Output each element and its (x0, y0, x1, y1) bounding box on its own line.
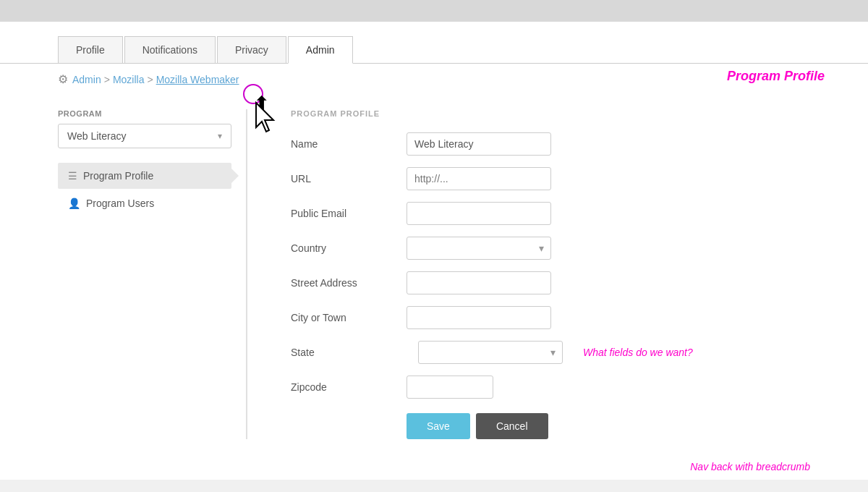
input-email[interactable] (407, 202, 551, 225)
input-zipcode[interactable] (407, 376, 493, 399)
breadcrumb-sep-2: > (147, 74, 153, 85)
state-annotation: What fields do we want? (583, 347, 693, 358)
breadcrumb-sep-1: > (104, 74, 110, 85)
label-city: City or Town (291, 312, 407, 323)
select-country[interactable]: United States United Kingdom Canada (407, 237, 551, 260)
sidebar-item-program-users[interactable]: 👤 Program Users (58, 190, 231, 216)
program-label: PROGRAM (58, 109, 231, 118)
sidebar-divider (246, 109, 247, 439)
breadcrumb-mozilla[interactable]: Mozilla (113, 74, 145, 85)
section-title: PROGRAM PROFILE (291, 109, 810, 118)
dropdown-arrow-icon: ▾ (218, 131, 222, 141)
top-bar (0, 0, 868, 22)
breadcrumb-admin[interactable]: Admin (72, 74, 101, 85)
settings-icon: ⚙ (58, 72, 68, 86)
form-row-url: URL (291, 167, 810, 190)
program-dropdown[interactable]: Web Literacy ▾ (58, 124, 231, 148)
input-url[interactable] (407, 167, 551, 190)
breadcrumb-webmaker[interactable]: Mozilla Webmaker (156, 74, 239, 85)
select-wrapper-country: United States United Kingdom Canada (407, 237, 551, 260)
user-icon: 👤 (68, 198, 80, 209)
form-row-city: City or Town (291, 306, 810, 329)
bottom-annotation: Nav back with breadcrumb (0, 454, 868, 480)
input-city[interactable] (407, 306, 551, 329)
form-row-street: Street Address (291, 271, 810, 294)
select-state[interactable]: California New York Texas (418, 341, 563, 364)
tab-privacy[interactable]: Privacy (217, 36, 286, 63)
form-row-zipcode: Zipcode (291, 376, 810, 399)
tab-notifications[interactable]: Notifications (124, 36, 216, 63)
program-profile-annotation: Program Profile (727, 69, 825, 84)
form-row-email: Public Email (291, 202, 810, 225)
sidebar-item-program-users-label: Program Users (86, 198, 154, 209)
sidebar-item-program-profile-label: Program Profile (83, 170, 153, 182)
list-icon: ☰ (68, 170, 77, 182)
label-name: Name (291, 138, 407, 150)
form-row-state: State California New York Texas What fie… (291, 341, 810, 364)
content-area: PROGRAM Web Literacy ▾ ☰ Program Profile… (0, 95, 868, 454)
input-name[interactable] (407, 132, 551, 156)
sidebar-item-arrow (229, 166, 239, 186)
page-wrapper: Program Profile Profile Notifications Pr… (0, 22, 868, 480)
select-wrapper-state: California New York Texas (418, 341, 563, 364)
tab-profile[interactable]: Profile (58, 36, 123, 63)
main-content: PROGRAM PROFILE Name URL Public Email Co… (269, 109, 810, 439)
label-state: State (291, 347, 407, 358)
sidebar: PROGRAM Web Literacy ▾ ☰ Program Profile… (58, 109, 246, 439)
tab-admin[interactable]: Admin (288, 36, 353, 64)
label-street: Street Address (291, 277, 407, 289)
input-street[interactable] (407, 271, 551, 294)
label-country: Country (291, 242, 407, 254)
form-row-country: Country United States United Kingdom Can… (291, 237, 810, 260)
label-url: URL (291, 173, 407, 184)
program-dropdown-value: Web Literacy (67, 130, 126, 142)
button-row: Save Cancel (291, 413, 810, 439)
tab-bar: Profile Notifications Privacy Admin (0, 22, 868, 64)
form-row-name: Name (291, 132, 810, 156)
cancel-button[interactable]: Cancel (476, 413, 548, 439)
label-zipcode: Zipcode (291, 381, 407, 393)
sidebar-item-program-profile[interactable]: ☰ Program Profile (58, 163, 231, 189)
save-button[interactable]: Save (407, 413, 470, 439)
label-email: Public Email (291, 208, 407, 219)
